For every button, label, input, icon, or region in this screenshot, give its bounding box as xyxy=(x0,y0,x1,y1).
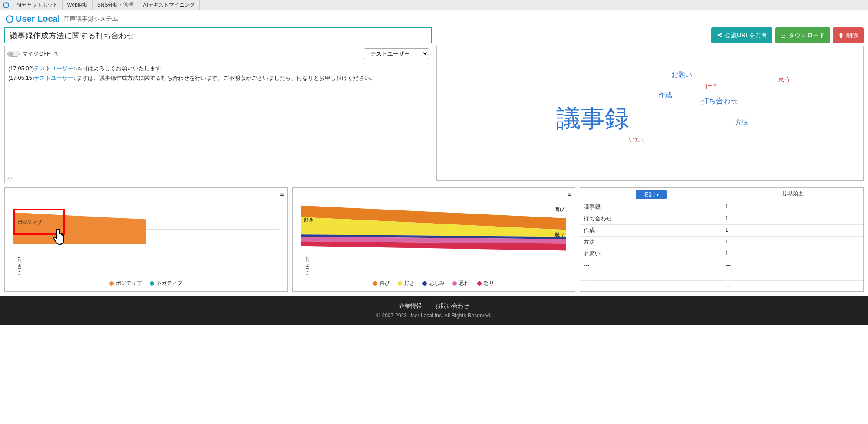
wordcloud-word[interactable]: いたす xyxy=(629,136,647,144)
footer-link-contact[interactable]: お問い合わせ xyxy=(435,302,469,309)
freq-word: --- xyxy=(580,270,722,280)
wordcloud-word[interactable]: 方法 xyxy=(735,118,748,127)
chart-area: ポジティブ 17:05:02 xyxy=(13,201,279,276)
table-row: お願い1 xyxy=(580,248,863,260)
freq-count: 1 xyxy=(722,237,863,248)
table-row: ------ xyxy=(580,270,863,281)
table-row: 議事録1 xyxy=(580,201,863,213)
legend-item[interactable]: ポジティブ xyxy=(109,279,142,287)
share-icon xyxy=(716,33,723,39)
table-row: 作成1 xyxy=(580,225,863,237)
legend-item[interactable]: 恐れ xyxy=(452,279,469,287)
freq-word: 議事録 xyxy=(580,201,722,213)
transcript-toolbar: マイクOFF テストユーザー xyxy=(5,46,432,61)
brand-text: User Local xyxy=(16,14,60,24)
timestamp: (17:05:15) xyxy=(8,75,34,81)
delete-label: 削除 xyxy=(846,32,858,39)
noun-dropdown[interactable]: 名詞 xyxy=(636,190,667,199)
legend-item[interactable]: 好き xyxy=(398,279,415,287)
like-label: 好き xyxy=(304,217,314,223)
freq-count: 1 xyxy=(722,225,863,236)
chart-area: 喜び 好き 怒り 17:05:02 xyxy=(301,201,567,276)
wordcloud-word[interactable]: 打ち合わせ xyxy=(701,96,738,106)
meeting-title-input[interactable] xyxy=(4,27,432,43)
freq-count: --- xyxy=(722,260,863,270)
freq-count: --- xyxy=(722,270,863,280)
wordcloud-word[interactable]: 思う xyxy=(778,76,790,84)
topnav-item-textmining[interactable]: AIテキストマイニング xyxy=(139,0,200,10)
positive-label: ポジティブ xyxy=(18,219,42,226)
footer-link-company[interactable]: 企業情報 xyxy=(399,302,422,309)
transcript-body[interactable]: (17:05:02)テストユーザー: 本日はよろしくお願いいたします (17:0… xyxy=(5,61,432,174)
legend-item[interactable]: 悲しみ xyxy=(422,279,445,287)
footer-links: 企業情報 お問い合わせ xyxy=(0,302,868,310)
table-row: ------ xyxy=(580,260,863,270)
freq-col-count: 出現頻度 xyxy=(722,188,863,201)
brand-logo: User Local xyxy=(5,14,60,24)
emotion-chart: ≡ 喜び 好き 怒り 17:05:02 喜び 好き 悲しみ 恐れ 怒 xyxy=(292,187,576,292)
footer: 企業情報 お問い合わせ © 2007-2023 User Local,Inc. … xyxy=(0,296,868,325)
app-subtitle: 音声議事録システム xyxy=(63,15,118,23)
topnav-item-sns[interactable]: SNS分析・管理 xyxy=(93,0,139,10)
action-buttons: 会議URLを共有 ダウンロード 削除 xyxy=(436,27,864,43)
freq-word: お願い xyxy=(580,248,722,260)
trash-icon xyxy=(838,33,844,39)
user-select[interactable]: テストユーザー xyxy=(364,48,429,59)
freq-body[interactable]: 議事録1打ち合わせ1作成1方法1お願い1--------------------… xyxy=(580,201,863,291)
wordcloud-word[interactable]: 行う xyxy=(705,82,718,91)
positive-area xyxy=(13,213,146,244)
wordcloud-panel: 議事録お願い行う思う作成打ち合わせ方法いたす xyxy=(436,46,864,181)
download-button[interactable]: ダウンロード xyxy=(775,27,830,43)
topnav-item-web[interactable]: Web解析 xyxy=(63,0,92,10)
mic-label: マイクOFF xyxy=(22,50,50,58)
brand-mini-icon xyxy=(2,1,10,10)
transcript-line: (17:05:15)テストユーザー: まずは、議事録作成方法に関する打ち合わせを… xyxy=(8,73,428,83)
topnav-item-chatbot[interactable]: AIチャットボット xyxy=(12,0,63,10)
freq-word: --- xyxy=(580,281,722,291)
legend-item[interactable]: 怒り xyxy=(477,279,494,287)
delete-button[interactable]: 削除 xyxy=(833,27,864,43)
transcript-panel: マイクOFF テストユーザー (17:05:02)テストユーザー: 本日はよろし… xyxy=(4,46,432,183)
x-tick: 17:05:02 xyxy=(305,257,310,276)
sentiment-chart: ≡ ポジティブ 17:05:02 ポジティブ ネガティブ xyxy=(4,187,288,292)
wordcloud-word[interactable]: 議事録 xyxy=(556,102,629,135)
share-label: 会議URLを共有 xyxy=(725,32,767,39)
transcript-line: (17:05:02)テストユーザー: 本日はよろしくお願いいたします xyxy=(8,64,428,73)
table-row: 打ち合わせ1 xyxy=(580,213,863,225)
freq-word: 打ち合わせ xyxy=(580,213,722,224)
utterance: : まずは、議事録作成方法に関する打ち合わせを行います。ご不明点がございましたら… xyxy=(73,75,376,81)
wordcloud-word[interactable]: 作成 xyxy=(658,91,672,100)
freq-word: --- xyxy=(580,260,722,270)
toggle-switch[interactable] xyxy=(7,51,20,57)
freq-count: --- xyxy=(722,281,863,291)
download-icon xyxy=(780,33,786,39)
share-button[interactable]: 会議URLを共有 xyxy=(711,27,772,43)
mic-off-icon xyxy=(53,51,59,57)
chart-legend: ポジティブ ネガティブ xyxy=(5,276,287,291)
frequency-table: 名詞 出現頻度 議事録1打ち合わせ1作成1方法1お願い1------------… xyxy=(580,187,864,292)
header: User Local 音声議事録システム xyxy=(0,10,868,27)
freq-word: 方法 xyxy=(580,237,722,248)
freq-count: 1 xyxy=(722,201,863,213)
freq-word: 作成 xyxy=(580,225,722,236)
footer-copyright: © 2007-2023 User Local,Inc. All Rights R… xyxy=(0,312,868,319)
freq-count: 1 xyxy=(722,248,863,260)
download-label: ダウンロード xyxy=(789,32,825,39)
utterance: : 本日はよろしくお願いいたします xyxy=(73,65,161,72)
joy-label: 喜び xyxy=(555,206,564,213)
legend-item[interactable]: 喜び xyxy=(373,279,390,287)
table-row: ------ xyxy=(580,281,863,291)
chart-menu-icon[interactable]: ≡ xyxy=(568,191,571,198)
speaker: テストユーザー xyxy=(34,75,73,81)
legend-item[interactable]: ネガティブ xyxy=(150,279,182,287)
table-row: 方法1 xyxy=(580,237,863,248)
resize-handle[interactable]: 小 xyxy=(5,174,432,183)
anger-label: 怒り xyxy=(555,231,564,238)
wordcloud-word[interactable]: お願い xyxy=(671,70,692,79)
timestamp: (17:05:02) xyxy=(8,65,34,72)
freq-header: 名詞 出現頻度 xyxy=(580,188,863,201)
topnav: AIチャットボット Web解析 SNS分析・管理 AIテキストマイニング xyxy=(0,0,868,10)
chart-menu-icon[interactable]: ≡ xyxy=(280,191,284,198)
speaker: テストユーザー xyxy=(34,65,73,72)
mic-toggle[interactable]: マイクOFF xyxy=(7,50,59,58)
